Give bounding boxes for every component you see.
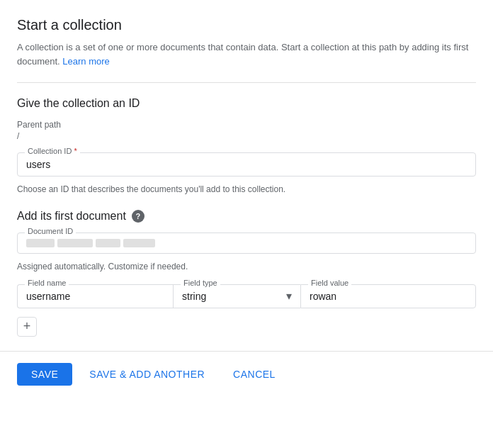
field-type-select[interactable]: string number boolean map array null tim…: [182, 291, 292, 302]
parent-path-value: /: [17, 131, 476, 141]
cancel-button[interactable]: CANCEL: [222, 363, 287, 386]
document-id-hint: Assigned automatically. Customize if nee…: [17, 261, 476, 273]
field-name-label: Field name: [25, 279, 69, 287]
page-title: Start a collection: [17, 17, 476, 33]
field-type-label: Field type: [181, 279, 220, 287]
field-name-input[interactable]: [26, 291, 164, 302]
field-row: Field name Field type string number bool…: [17, 284, 476, 308]
add-icon: +: [23, 319, 31, 334]
collection-id-hint: Choose an ID that describes the document…: [17, 184, 476, 196]
save-and-add-button[interactable]: SAVE & ADD ANOTHER: [78, 363, 216, 386]
section-divider: [17, 82, 476, 83]
collection-id-field: Collection ID *: [17, 152, 476, 177]
page-description: A collection is a set of one or more doc…: [17, 40, 476, 68]
field-value-input[interactable]: [310, 291, 467, 302]
document-id-label: Document ID: [25, 227, 76, 235]
document-id-field: Document ID: [17, 233, 476, 254]
parent-path-label: Parent path: [17, 120, 476, 130]
add-field-button[interactable]: +: [17, 317, 37, 337]
save-button[interactable]: SAVE: [17, 363, 72, 386]
document-id-placeholder: [26, 239, 467, 247]
learn-more-link[interactable]: Learn more: [62, 56, 109, 67]
field-name-group: Field name: [17, 284, 173, 308]
help-icon[interactable]: ?: [132, 210, 144, 223]
document-section-title: Add its first document: [17, 210, 126, 223]
field-value-label: Field value: [308, 279, 351, 287]
field-type-group: Field type string number boolean map arr…: [173, 284, 300, 308]
required-indicator: *: [74, 147, 76, 155]
collection-id-label: Collection ID *: [25, 147, 80, 155]
collection-section-title: Give the collection an ID: [17, 97, 476, 110]
footer-actions: SAVE SAVE & ADD ANOTHER CANCEL: [0, 352, 493, 397]
collection-id-input[interactable]: [26, 159, 467, 170]
field-value-group: Field value: [300, 284, 476, 308]
